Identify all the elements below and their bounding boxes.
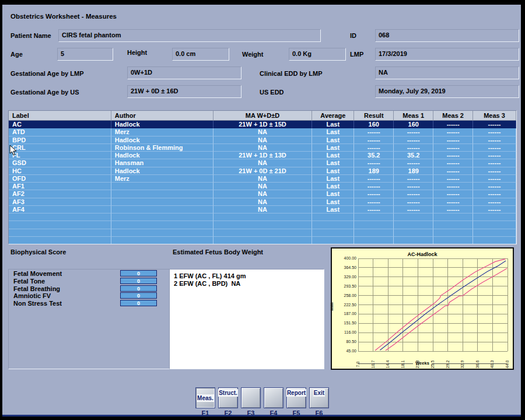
biophysical-item-label: Fetal Breathing (13, 285, 60, 292)
table-cell (433, 221, 473, 229)
table-row[interactable]: OFDMerzNALast------------------------ (9, 175, 516, 183)
x-tick-label: 32.9 (460, 357, 466, 372)
table-cell: Merz (111, 128, 214, 136)
table-row[interactable]: AF4NALast------------------------ (9, 206, 516, 214)
y-tick-label: 400.00 (332, 256, 356, 260)
table-row[interactable] (9, 229, 516, 237)
table-cell (312, 229, 354, 237)
table-cell: Last (312, 198, 354, 206)
table-cell (394, 221, 433, 229)
table-row[interactable]: BPDHadlockNALast------------------------ (9, 136, 516, 144)
biophysical-value[interactable]: 0 (120, 270, 157, 276)
table-cell: Hadlock (111, 152, 214, 159)
ga-lmp-field[interactable]: 0W+1D (127, 66, 242, 79)
table-row[interactable] (9, 221, 516, 229)
table-row[interactable]: CRLRobinson & FlemmingNALast------------… (9, 144, 516, 152)
table-cell: ------ (433, 144, 473, 152)
table-cell: 35.2 (394, 152, 433, 159)
column-header: Label (9, 111, 111, 121)
page-title: Obstetrics Worksheet - Measures (10, 13, 117, 20)
x-tick-label: 36.6 (475, 357, 480, 372)
biophysical-value[interactable]: 0 (120, 292, 157, 299)
struct-button[interactable]: Struct. (218, 387, 238, 408)
blank-f3-button[interactable] (241, 387, 261, 408)
y-tick-label: 151.50 (332, 321, 356, 325)
patient-name-field[interactable]: CIRS fetal phantom (58, 29, 321, 42)
table-cell: GSD (9, 159, 111, 167)
table-row[interactable]: ACHadlock21W + 1D ± 15DLast160160-------… (9, 121, 516, 128)
table-row[interactable]: HCHadlock21W + 0D ± 21DLast189189-------… (9, 167, 516, 175)
biophysical-value[interactable]: 0 (120, 278, 157, 284)
function-button-bar: Meas.Struct.ReportExit (195, 387, 329, 408)
table-cell: ------ (354, 183, 394, 190)
y-tick-label: 116.00 (332, 330, 356, 334)
x-tick-label: 10.7 (370, 357, 376, 372)
measures-table: LabelAuthorMA W+D±DAverageResultMeas 1Me… (8, 110, 517, 244)
meas-button[interactable]: Meas. (195, 387, 215, 408)
table-cell: Hadlock (111, 167, 214, 175)
lmp-field[interactable]: 17/3/2019 (375, 48, 519, 61)
table-cell: Last (312, 190, 354, 198)
table-cell (214, 237, 313, 244)
table-row[interactable]: AF3NALast------------------------ (9, 198, 516, 206)
table-cell: AC (9, 121, 111, 128)
table-cell: Last (312, 206, 354, 214)
table-row[interactable]: FLHadlock21W + 1D ± 13DLast35.235.2-----… (9, 152, 516, 159)
lmp-label: LMP (350, 51, 363, 58)
efw-panel: 1 EFW (AC , FL) 414 gm2 EFW (AC , BPD) N… (169, 269, 324, 369)
blank-f4-button[interactable] (264, 387, 284, 408)
fkey-label: F3 (241, 410, 261, 416)
table-row[interactable]: AF2NALast------------------------ (9, 190, 516, 198)
table-row[interactable] (9, 214, 516, 221)
table-cell: Hansman (111, 159, 214, 167)
report-button[interactable]: Report (286, 387, 306, 408)
table-row[interactable]: ATDMerzNALast------------------------ (9, 128, 516, 136)
button-label: Struct. (218, 389, 238, 397)
fkey-label: F6 (309, 410, 329, 416)
column-header: Meas 2 (433, 111, 473, 121)
ga-us-field[interactable]: 21W + 0D ± 16D (127, 85, 242, 98)
table-cell (111, 206, 214, 214)
fkey-label: F5 (286, 410, 306, 416)
column-header: Result (354, 111, 394, 121)
age-label: Age (10, 51, 23, 58)
table-cell: Last (312, 136, 354, 144)
table-cell (111, 214, 214, 221)
table-cell: NA (214, 136, 313, 144)
table-cell: ------ (354, 159, 394, 167)
table-cell: ------ (473, 144, 516, 152)
table-cell: NA (214, 144, 313, 152)
table-cell: ------ (354, 128, 394, 136)
ga-us-label: Gestational Age by US (10, 89, 79, 96)
table-cell (214, 221, 313, 229)
table-cell (473, 229, 516, 237)
table-row[interactable]: AF1NALast------------------------ (9, 183, 516, 190)
table-cell: ------ (394, 183, 433, 190)
us-edd-field[interactable]: Monday, July 29, 2019 (375, 85, 519, 98)
table-row[interactable]: GSDHansmanNALast------------------------ (9, 159, 516, 167)
table-cell (111, 198, 214, 206)
age-field[interactable]: 5 (57, 48, 113, 61)
table-cell: NA (214, 198, 313, 206)
ga-lmp-label: Gestational Age by LMP (10, 70, 84, 77)
table-cell: ------ (433, 190, 473, 198)
id-field[interactable]: 068 (375, 29, 519, 42)
table-cell: ------ (394, 159, 433, 167)
table-cell: ------ (473, 128, 516, 136)
table-cell (473, 237, 516, 244)
table-cell (312, 237, 354, 244)
height-field[interactable]: 0.0 cm (172, 48, 229, 61)
exit-button[interactable]: Exit (309, 387, 329, 408)
table-row[interactable] (9, 237, 516, 244)
y-tick-label: 329.00 (332, 275, 356, 279)
clinical-edd-field[interactable]: NA (375, 66, 519, 79)
biophysical-value[interactable]: 0 (120, 300, 157, 306)
table-cell: ------ (473, 167, 516, 175)
weight-field[interactable]: 0.0 Kg (289, 48, 346, 61)
biophysical-value[interactable]: 0 (120, 285, 157, 292)
table-cell: BPD (9, 136, 111, 144)
table-cell (111, 221, 214, 229)
function-key-labels: F1F2F3F4F5F6 (195, 410, 329, 416)
table-cell: ------ (354, 175, 394, 183)
table-cell (111, 190, 214, 198)
